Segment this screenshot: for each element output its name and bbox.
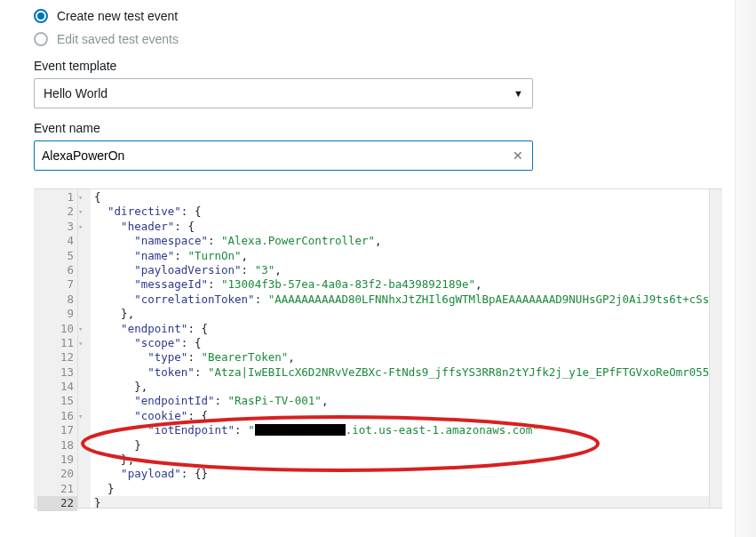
configure-test-event-panel: Create new test event Edit saved test ev… bbox=[0, 0, 756, 509]
event-name-label: Event name bbox=[34, 121, 722, 135]
code-line: "name": "TurnOn", bbox=[94, 249, 722, 263]
code-line: { bbox=[94, 190, 722, 204]
code-line: "cookie": { bbox=[94, 409, 722, 423]
radio-create-label: Create new test event bbox=[57, 9, 178, 23]
code-line: "directive": { bbox=[94, 204, 722, 219]
code-line: } bbox=[94, 482, 722, 496]
radio-edit-saved[interactable]: Edit saved test events bbox=[34, 32, 722, 46]
clear-input-icon[interactable]: ✕ bbox=[511, 148, 525, 163]
code-line: "type": "BearerToken", bbox=[94, 350, 722, 365]
redacted-text bbox=[255, 424, 346, 436]
event-name-field-wrap: ✕ bbox=[34, 140, 533, 171]
editor-fold-column: ▾▾▾ ▾▾ ▾ bbox=[78, 189, 91, 508]
json-editor[interactable]: 12345678910111213141516171819202122 ▾▾▾ … bbox=[34, 188, 722, 509]
code-line: }, bbox=[94, 453, 722, 467]
event-template-label: Event template bbox=[34, 59, 722, 73]
code-line: "payloadVersion": "3", bbox=[94, 263, 722, 277]
code-line: "scope": { bbox=[94, 336, 722, 350]
code-line: } bbox=[94, 438, 722, 453]
radio-edit-label: Edit saved test events bbox=[57, 32, 179, 46]
event-name-input[interactable] bbox=[42, 141, 511, 170]
code-line: }, bbox=[94, 380, 722, 394]
editor-scrollbar-vertical[interactable] bbox=[709, 189, 722, 508]
code-line: "messageId": "13004f3b-57ea-4a0a-83f2-ba… bbox=[94, 277, 722, 292]
code-line: "iotEndpoint": ".iot.us-east-1.amazonaws… bbox=[94, 423, 722, 437]
chevron-down-icon: ▼ bbox=[513, 88, 523, 99]
code-line: "endpoint": { bbox=[94, 322, 722, 336]
radio-unselected-icon bbox=[34, 32, 48, 46]
event-template-value: Hello World bbox=[44, 86, 107, 100]
code-line: "correlationToken": "AAAAAAAAAAD80LFNNhx… bbox=[94, 293, 722, 307]
code-line: "payload": {} bbox=[94, 467, 722, 481]
radio-create-new[interactable]: Create new test event bbox=[34, 9, 722, 23]
editor-code-area[interactable]: { "directive": { "header": { "namespace"… bbox=[91, 189, 722, 508]
radio-selected-icon bbox=[34, 9, 48, 23]
code-line: "namespace": "Alexa.PowerController", bbox=[94, 234, 722, 248]
editor-gutter: 12345678910111213141516171819202122 bbox=[34, 189, 78, 508]
code-line: "header": { bbox=[94, 220, 722, 234]
code-line: } bbox=[94, 496, 722, 508]
code-line: "endpointId": "RasPi-TV-001", bbox=[94, 394, 722, 408]
code-line: "token": "Atza|IwEBILcX6D2NRvVeZBXc-FtNd… bbox=[94, 365, 722, 380]
code-line: }, bbox=[94, 307, 722, 321]
event-template-select[interactable]: Hello World ▼ bbox=[34, 78, 533, 108]
